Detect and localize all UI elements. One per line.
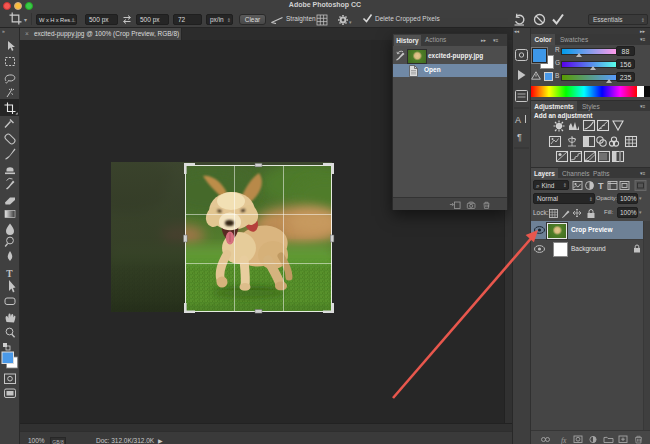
svg-text:T: T <box>598 181 604 191</box>
svg-text:fx: fx <box>561 436 567 444</box>
svg-text:A: A <box>515 115 521 125</box>
svg-text:¶: ¶ <box>517 132 522 142</box>
svg-text:T: T <box>6 269 13 279</box>
